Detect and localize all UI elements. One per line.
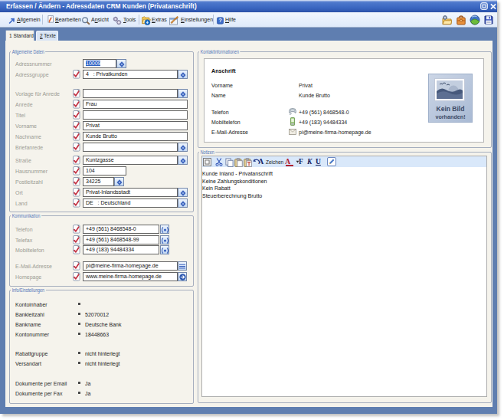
svg-text:?: ? <box>218 18 221 23</box>
